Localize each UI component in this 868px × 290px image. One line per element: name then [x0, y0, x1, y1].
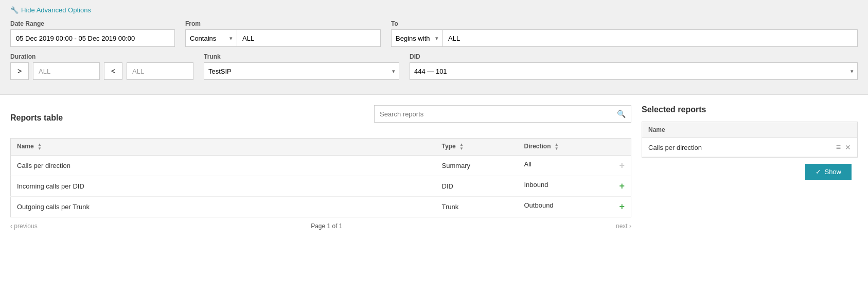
table-row: Outgoing calls per TrunkTrunkOutbound+: [11, 197, 631, 217]
row-direction: Outbound+: [518, 197, 631, 217]
trunk-group: Trunk TestSIP All: [204, 53, 399, 80]
selected-row-name: Calls per direction: [642, 138, 794, 157]
did-label: DID: [410, 53, 858, 60]
hide-advanced-label: Hide Advanced Options: [21, 6, 91, 14]
table-row: Incoming calls per DIDDIDInbound+: [11, 176, 631, 197]
col-direction-header: Direction ▲ ▼: [518, 139, 631, 156]
dir-sort-desc: ▼: [555, 147, 559, 151]
search-bar: 🔍: [374, 105, 631, 123]
sort-desc-icon: ▼: [38, 147, 42, 151]
duration-gt-button[interactable]: >: [10, 62, 29, 80]
hide-advanced-button[interactable]: 🔧 Hide Advanced Options: [10, 6, 91, 14]
name-sort-icons[interactable]: ▲ ▼: [38, 143, 42, 151]
row-direction: Inbound+: [518, 176, 631, 197]
date-range-group: Date Range: [10, 20, 175, 47]
selected-row-actions: ≡✕: [794, 138, 857, 157]
type-sort-desc: ▼: [459, 147, 464, 151]
filter-row-1: Date Range From Contains Begins with End…: [10, 20, 858, 47]
to-group: To Contains Begins with Ends with Equals: [391, 20, 858, 47]
duration-lt-input[interactable]: [127, 62, 193, 80]
duration-inputs: > <: [10, 62, 193, 80]
date-range-input[interactable]: [10, 29, 175, 47]
did-select[interactable]: 444 — 101 All: [410, 62, 858, 80]
col-type-header: Type ▲ ▼: [436, 139, 518, 156]
selected-row-close-button[interactable]: ✕: [845, 143, 851, 151]
from-operator-wrapper: Contains Begins with Ends with Equals: [185, 29, 237, 47]
to-label: To: [391, 20, 858, 27]
show-check-icon: ✓: [816, 168, 821, 176]
to-select-input: Contains Begins with Ends with Equals: [391, 29, 858, 47]
filter-section: 🔧 Hide Advanced Options Date Range From …: [0, 0, 868, 95]
show-button-container: ✓ Show: [642, 158, 858, 186]
duration-group: Duration > <: [10, 53, 193, 80]
show-button[interactable]: ✓ Show: [805, 164, 852, 180]
row-type: Summary: [436, 156, 518, 176]
filter-row-2: Duration > < Trunk TestSIP All DID 444 —: [10, 53, 858, 80]
row-name: Outgoing calls per Trunk: [11, 197, 436, 217]
row-type: Trunk: [436, 197, 518, 217]
main-content: Reports table 🔍 Name ▲ ▼: [0, 95, 868, 245]
from-operator-select[interactable]: Contains Begins with Ends with Equals: [185, 29, 237, 47]
to-operator-wrapper: Contains Begins with Ends with Equals: [391, 29, 442, 47]
search-icon: 🔍: [617, 110, 626, 118]
col-name-header: Name ▲ ▼: [11, 139, 436, 156]
duration-lt-button[interactable]: <: [104, 62, 122, 80]
reports-table-title: Reports table: [10, 113, 63, 123]
trunk-select-wrapper: TestSIP All: [204, 62, 399, 80]
selected-col-name: Name: [642, 122, 794, 138]
date-range-label: Date Range: [10, 20, 175, 27]
left-panel: Reports table 🔍 Name ▲ ▼: [10, 105, 631, 235]
trunk-select[interactable]: TestSIP All: [204, 62, 399, 80]
pagination: ‹ previous Page 1 of 1 next ›: [10, 217, 631, 235]
selected-row-menu-button[interactable]: ≡: [836, 143, 841, 152]
type-sort-icons[interactable]: ▲ ▼: [459, 143, 464, 151]
add-report-button[interactable]: +: [619, 181, 625, 192]
right-panel: Selected reports Name Calls per directio…: [642, 105, 858, 235]
table-header-row: Reports table 🔍: [10, 105, 631, 138]
next-page-link[interactable]: next ›: [616, 223, 631, 230]
did-select-wrapper: 444 — 101 All: [410, 62, 858, 80]
reports-table: Name ▲ ▼ Type ▲ ▼ Direct: [10, 138, 631, 217]
duration-label: Duration: [10, 53, 193, 60]
trunk-label: Trunk: [204, 53, 399, 60]
from-label: From: [185, 20, 381, 27]
row-name: Incoming calls per DID: [11, 176, 436, 197]
row-type: DID: [436, 176, 518, 197]
direction-sort-icons[interactable]: ▲ ▼: [555, 143, 559, 151]
row-name: Calls per direction: [11, 156, 436, 176]
add-report-button[interactable]: +: [619, 160, 625, 171]
add-report-button[interactable]: +: [619, 201, 625, 212]
to-operator-select[interactable]: Contains Begins with Ends with Equals: [391, 29, 442, 47]
from-value-input[interactable]: [237, 29, 381, 47]
did-group: DID 444 — 101 All: [410, 53, 858, 80]
to-value-input[interactable]: [442, 29, 858, 47]
page-info: Page 1 of 1: [311, 223, 342, 230]
show-button-label: Show: [824, 168, 841, 176]
prev-page-link[interactable]: ‹ previous: [10, 223, 38, 230]
selected-reports-title: Selected reports: [642, 105, 858, 114]
table-row: Calls per directionSummaryAll+: [11, 156, 631, 176]
from-group: From Contains Begins with Ends with Equa…: [185, 20, 381, 47]
duration-gt-input[interactable]: [33, 62, 100, 80]
selected-panel: Name Calls per direction≡✕: [642, 122, 858, 158]
from-select-input: Contains Begins with Ends with Equals: [185, 29, 381, 47]
search-container: 🔍: [374, 105, 631, 131]
row-direction: All+: [518, 156, 631, 176]
selected-row: Calls per direction≡✕: [642, 138, 857, 157]
wrench-icon: 🔧: [10, 6, 19, 14]
search-input[interactable]: [380, 110, 617, 118]
